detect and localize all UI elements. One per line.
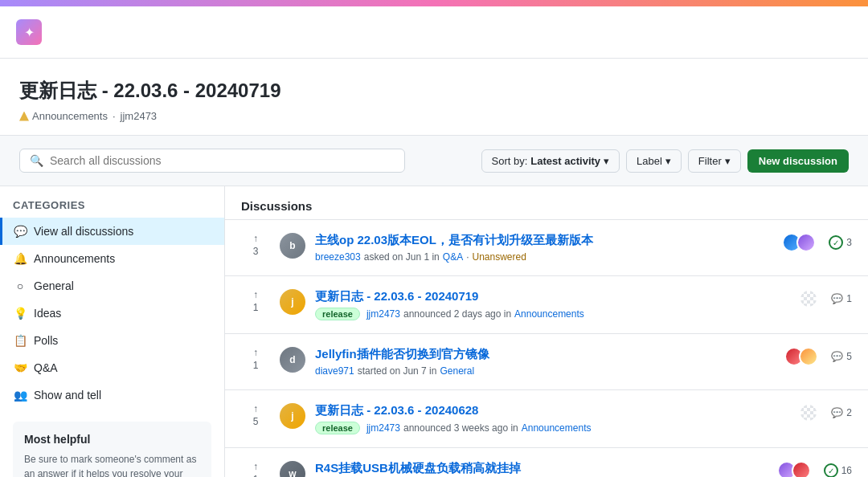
general-icon: ○ <box>13 279 27 293</box>
category-link[interactable]: Announcements <box>514 308 584 320</box>
category-tag: Announcements <box>19 110 108 122</box>
sidebar-item-label: Polls <box>34 334 58 347</box>
vote-area: ↑ 1 <box>241 461 270 477</box>
disc-right: ✓ 3 <box>782 233 852 252</box>
chevron-down-icon: ▾ <box>665 155 671 167</box>
discussion-title-link[interactable]: R4S挂载USB机械硬盘负载稍高就挂掉 <box>315 461 768 476</box>
category-link[interactable]: General <box>440 365 474 377</box>
participant-avatars <box>799 403 818 422</box>
announcements-icon <box>19 112 29 121</box>
discussion-meta: release jjm2473 announced 2 days ago in … <box>315 308 789 320</box>
page-container: ✦ 更新日志 - 22.03.6 - 20240719 Announcement… <box>0 0 868 477</box>
upvote-icon: ↑ <box>253 461 258 472</box>
discussion-meta: diave971 started on Jun 7 in General <box>315 365 775 377</box>
table-row: ↑ 5 j 更新日志 - 22.03.6 - 20240628 release … <box>225 390 868 448</box>
vote-count: 5 <box>253 416 259 427</box>
discussion-title: 更新日志 - 22.03.6 - 20240719 <box>19 78 849 104</box>
sidebar-item-announcements[interactable]: 🔔 Announcements <box>0 245 224 272</box>
comment-icon: 💬 <box>831 351 843 362</box>
discussion-title-link[interactable]: Jellyfin插件能否切换到官方镜像 <box>315 347 775 362</box>
table-row: ↑ 1 d Jellyfin插件能否切换到官方镜像 diave971 start… <box>225 334 868 390</box>
avatar <box>799 347 818 366</box>
discussion-title-link[interactable]: 更新日志 - 22.03.6 - 20240719 <box>315 289 789 304</box>
app-logo: ✦ <box>16 19 42 45</box>
sidebar-item-label: Q&A <box>34 361 58 374</box>
author-link[interactable]: breeze303 <box>315 251 361 263</box>
avatar: b <box>280 233 305 259</box>
sidebar-item-view-all[interactable]: 💬 View all discussions <box>0 218 224 245</box>
vote-count: 1 <box>253 302 259 313</box>
search-box[interactable]: 🔍 <box>19 149 405 173</box>
sort-value: Latest activity <box>530 155 600 167</box>
table-row: ↑ 1 j 更新日志 - 22.03.6 - 20240719 release … <box>225 276 868 334</box>
discussion-meta: breeze303 asked on Jun 1 in Q&A · Unansw… <box>315 251 772 263</box>
participant-avatars <box>784 347 818 366</box>
chevron-down-icon: ▾ <box>725 155 731 167</box>
sidebar-item-qa[interactable]: 🤝 Q&A <box>0 354 224 381</box>
filter-button[interactable]: Filter ▾ <box>688 149 741 173</box>
discussion-title-link[interactable]: 更新日志 - 22.03.6 - 20240628 <box>315 403 789 418</box>
check-circle-icon: ✓ <box>824 463 838 477</box>
release-tag: release <box>315 422 360 434</box>
discussion-title-link[interactable]: 主线op 22.03版本EOL，是否有计划升级至最新版本 <box>315 233 772 248</box>
avatar: w <box>280 461 305 477</box>
top-banner <box>0 0 868 6</box>
comment-icon: 💬 <box>831 407 843 418</box>
avatar <box>796 233 816 252</box>
search-icon: 🔍 <box>30 154 43 167</box>
table-row: ↑ 3 b 主线op 22.03版本EOL，是否有计划升级至最新版本 breez… <box>225 220 868 276</box>
discussion-body: 更新日志 - 22.03.6 - 20240628 release jjm247… <box>315 403 789 434</box>
sort-button[interactable]: Sort by: Latest activity ▾ <box>481 149 620 173</box>
avatar: j <box>280 403 305 429</box>
avatar: d <box>280 347 305 373</box>
disc-right: ✓ 16 <box>777 461 852 477</box>
sidebar-item-ideas[interactable]: 💡 Ideas <box>0 300 224 327</box>
check-circle-icon: ✓ <box>829 235 843 250</box>
disc-right: 💬 2 <box>799 403 852 422</box>
unanswered-badge: Unanswered <box>472 251 526 263</box>
discussion-body: Jellyfin插件能否切换到官方镜像 diave971 started on … <box>315 347 775 377</box>
header-bar: ✦ <box>0 6 868 59</box>
dot-separator: · <box>466 251 469 263</box>
toolbar: 🔍 Sort by: Latest activity ▾ Label ▾ Fil… <box>0 136 868 186</box>
sidebar-item-label: Announcements <box>34 252 115 265</box>
discussion-body: R4S挂载USB机械硬盘负载稍高就挂掉 wolvth asked on Mar … <box>315 461 768 477</box>
discussions-panel: Discussions ↑ 3 b 主线op 22.03版本EOL，是否有计划升… <box>225 186 868 477</box>
label-button[interactable]: Label ▾ <box>626 149 682 173</box>
avatar <box>792 461 811 477</box>
category-link[interactable]: Q&A <box>443 251 463 263</box>
sidebar-item-label: View all discussions <box>34 225 133 238</box>
comment-count: ✓ 16 <box>824 463 852 477</box>
sidebar-item-polls[interactable]: 📋 Polls <box>0 327 224 354</box>
toolbar-right: Sort by: Latest activity ▾ Label ▾ Filte… <box>481 149 849 173</box>
sidebar-item-label: General <box>34 279 74 292</box>
avatar <box>799 289 818 308</box>
participant-avatars <box>777 461 811 477</box>
ideas-icon: 💡 <box>13 306 27 320</box>
sidebar-item-show-and-tell[interactable]: 👥 Show and tell <box>0 381 224 409</box>
author-link[interactable]: diave971 <box>315 365 354 377</box>
comment-count: 💬 5 <box>831 351 852 362</box>
chevron-down-icon: ▾ <box>604 155 609 167</box>
release-tag: release <box>315 308 360 320</box>
participant-avatars <box>799 289 818 308</box>
sidebar-item-general[interactable]: ○ General <box>0 272 224 300</box>
comment-count: 💬 1 <box>831 293 852 304</box>
show-and-tell-icon: 👥 <box>13 388 27 402</box>
sidebar: Categories 💬 View all discussions 🔔 Anno… <box>0 186 225 477</box>
author-link[interactable]: jjm2473 <box>366 422 400 434</box>
vote-area: ↑ 5 <box>241 403 270 427</box>
new-discussion-button[interactable]: New discussion <box>747 149 849 173</box>
vote-count: 3 <box>253 246 259 257</box>
disc-right: 💬 1 <box>799 289 852 308</box>
vote-area: ↑ 3 <box>241 233 270 257</box>
author-link[interactable]: jjm2473 <box>366 308 400 320</box>
avatar <box>799 403 818 422</box>
upvote-icon: ↑ <box>253 403 258 414</box>
comment-count: 💬 2 <box>831 407 852 418</box>
category-link[interactable]: Announcements <box>522 422 592 434</box>
discussion-meta: release jjm2473 announced 3 weeks ago in… <box>315 422 789 434</box>
disc-right: 💬 5 <box>784 347 852 366</box>
search-input[interactable] <box>50 154 395 167</box>
qa-icon: 🤝 <box>13 361 27 375</box>
